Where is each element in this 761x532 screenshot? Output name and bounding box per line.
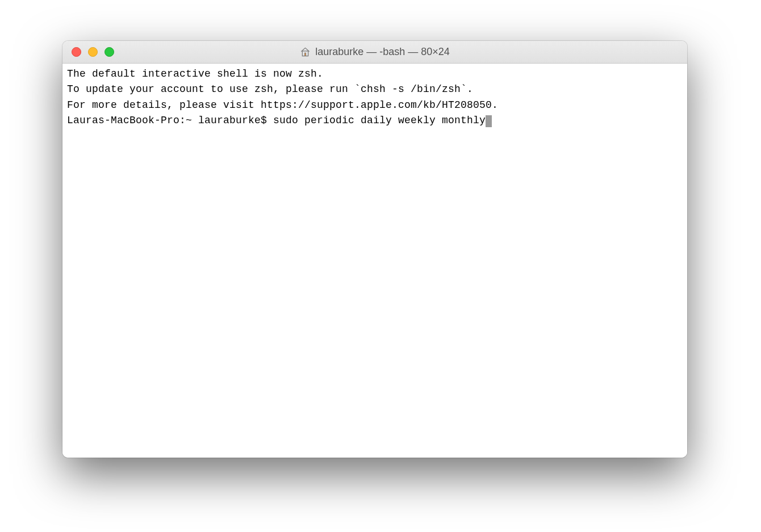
terminal-window: lauraburke — -bash — 80×24 The default i… (62, 41, 687, 458)
terminal-output[interactable]: The default interactive shell is now zsh… (62, 64, 687, 458)
traffic-lights (62, 47, 114, 57)
terminal-command: sudo periodic daily weekly monthly (273, 115, 486, 126)
terminal-prompt: Lauras-MacBook-Pro:~ lauraburke$ (67, 115, 273, 126)
minimize-button[interactable] (88, 47, 98, 57)
window-title: lauraburke — -bash — 80×24 (315, 46, 450, 58)
terminal-line: The default interactive shell is now zsh… (67, 66, 683, 82)
svg-rect-0 (303, 51, 308, 56)
home-icon (300, 47, 311, 57)
cursor-icon (486, 115, 492, 127)
window-titlebar[interactable]: lauraburke — -bash — 80×24 (62, 41, 687, 64)
maximize-button[interactable] (104, 47, 114, 57)
close-button[interactable] (72, 47, 81, 57)
svg-rect-1 (304, 53, 306, 56)
window-title-container: lauraburke — -bash — 80×24 (62, 46, 687, 58)
terminal-line: To update your account to use zsh, pleas… (67, 82, 683, 97)
terminal-line: For more details, please visit https://s… (67, 98, 683, 113)
